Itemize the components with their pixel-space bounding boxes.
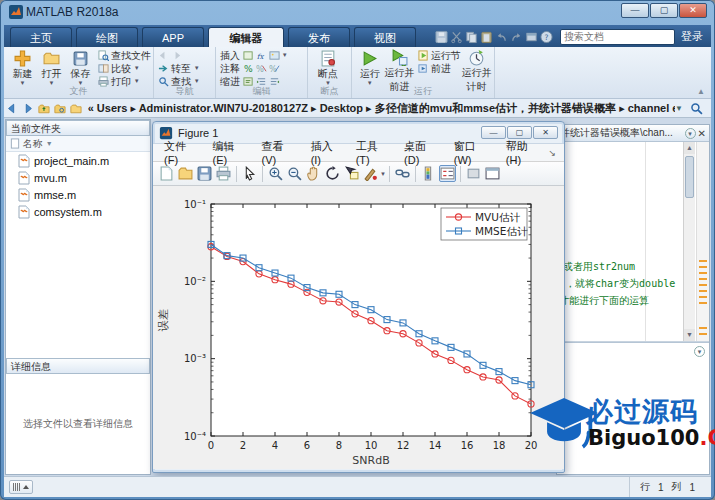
menu-file[interactable]: 文件(F) (157, 139, 205, 166)
paste-icon[interactable] (480, 30, 493, 44)
file-row[interactable]: mvu.m (6, 169, 150, 186)
nav-back-icon[interactable] (6, 102, 18, 115)
minimize-button[interactable]: — (621, 3, 649, 18)
up-folder-icon[interactable] (38, 102, 50, 115)
save-figure-icon[interactable] (196, 165, 213, 182)
figure-minimize-button[interactable]: — (481, 126, 506, 139)
file-row[interactable]: mmse.m (6, 186, 150, 203)
rotate-tool-icon[interactable] (324, 165, 341, 182)
maximize-plot-icon[interactable] (484, 165, 501, 182)
run-button[interactable]: 运行▼ (356, 49, 384, 86)
svg-text:18: 18 (493, 440, 506, 451)
scroll-thumb[interactable] (685, 156, 694, 198)
dock-figure-icon[interactable] (465, 165, 482, 182)
menu-desktop[interactable]: 桌面(D) (397, 139, 447, 166)
breakpoints-button[interactable]: 断点▼ (312, 49, 344, 86)
panel-menu-icon[interactable]: ▾ (694, 346, 705, 357)
folder-search-icon[interactable] (690, 102, 703, 115)
editor-tab-close-icon[interactable]: ✕ (698, 128, 706, 139)
pointer-tool-icon[interactable] (241, 165, 258, 182)
zoom-in-tool-icon[interactable] (267, 165, 284, 182)
find-files-button[interactable]: 查找文件 (98, 49, 151, 62)
editor-vertical-scrollbar[interactable]: ▲ ▼ (683, 142, 695, 341)
save-button[interactable]: 保存▼ (66, 49, 95, 86)
new-window-icon[interactable] (525, 30, 538, 44)
nav-forward-icon[interactable] (22, 102, 34, 115)
brush-dropdown-icon[interactable]: ▼ (380, 171, 386, 177)
section-label-edit: 编辑 (216, 85, 307, 98)
tab-view[interactable]: 视图 (354, 27, 416, 47)
menu-view[interactable]: 查看(V) (255, 139, 304, 166)
insert-image-icon (269, 50, 280, 61)
undo-icon[interactable] (495, 30, 508, 44)
svg-text:6: 6 (304, 440, 310, 451)
name-column-header[interactable]: 名称 ▼ (6, 136, 150, 152)
insert-colorbar-icon[interactable] (420, 165, 437, 182)
print-figure-icon[interactable] (215, 165, 232, 182)
browse-folder-icon[interactable] (54, 102, 66, 115)
new-figure-icon[interactable] (158, 165, 175, 182)
save-icon[interactable] (435, 30, 448, 44)
open-file-icon[interactable] (177, 165, 194, 182)
current-folder-header[interactable]: 当前文件夹 (6, 120, 150, 136)
compare-button[interactable]: 比较 ▼ (98, 62, 151, 75)
menu-insert[interactable]: 插入(I) (304, 139, 349, 166)
ribbon-collapse-icon[interactable]: ▲ (697, 87, 705, 96)
file-row[interactable]: project_main.m (6, 152, 150, 169)
scroll-up-icon[interactable]: ▲ (684, 142, 695, 154)
insert-row[interactable]: 插入 fx ▼ (220, 49, 288, 62)
tab-publish[interactable]: 发布 (288, 27, 350, 47)
section-label-run: 运行 (352, 85, 494, 98)
close-button[interactable]: ✕ (679, 3, 707, 18)
path-dropdown-icon[interactable]: ▼ (675, 104, 683, 113)
copy-icon[interactable] (465, 30, 478, 44)
insert-legend-icon[interactable] (439, 165, 456, 182)
figure-maximize-button[interactable]: ▢ (507, 126, 532, 139)
menu-pin-icon[interactable]: ↘ (548, 148, 560, 158)
link-plot-icon[interactable] (394, 165, 411, 182)
mfile-icon (18, 154, 30, 168)
plot-area[interactable]: 0246810121416182010⁻⁴10⁻³10⁻²10⁻¹SNRdB误差… (153, 186, 564, 469)
editor-tab[interactable]: 并统计器错误概率\chan... ▾ ✕ (557, 125, 709, 142)
doc-search-input[interactable] (561, 31, 699, 42)
new-button[interactable]: 新建▼ (8, 49, 37, 86)
redo-icon[interactable] (510, 30, 523, 44)
editor-code-area[interactable]: 或者用str2num 0，就将char变为double 才能进行下面的运算 ▲ … (557, 142, 709, 342)
help-icon[interactable]: ? (540, 30, 553, 44)
breadcrumb[interactable]: « Users ▸ Administrator.WIN7U-20180127Z … (88, 101, 675, 116)
statusbar-toggle-button[interactable] (9, 480, 33, 494)
col-value: 1 (689, 482, 695, 493)
tab-home[interactable]: 主页 (10, 27, 72, 47)
title-bar[interactable]: MATLAB R2018a — ▢ ✕ (0, 0, 715, 25)
editor-tab-menu-icon[interactable]: ▾ (685, 128, 696, 139)
goto-button[interactable]: 转至 ▼ (158, 62, 200, 75)
menu-tools[interactable]: 工具(T) (349, 139, 397, 166)
comment-row[interactable]: 注释 % % % (220, 62, 288, 75)
tab-apps[interactable]: APP (142, 27, 204, 47)
brush-tool-icon[interactable] (362, 165, 379, 182)
open-button[interactable]: 打开▼ (37, 49, 66, 86)
advance-button[interactable]: 前进 (418, 62, 461, 75)
maximize-button[interactable]: ▢ (650, 3, 678, 18)
run-section-button[interactable]: 运行节 (418, 49, 461, 62)
menu-edit[interactable]: 编辑(E) (205, 139, 254, 166)
scroll-down-icon[interactable]: ▼ (684, 329, 695, 341)
tab-editor[interactable]: 编辑器 (208, 27, 284, 47)
details-header[interactable]: 详细信息 (6, 358, 150, 374)
figure-close-button[interactable]: ✕ (533, 126, 558, 139)
nav-back-forward[interactable] (158, 49, 200, 62)
tab-plots[interactable]: 绘图 (76, 27, 138, 47)
mfile-icon (18, 205, 30, 219)
zoom-out-tool-icon[interactable] (286, 165, 303, 182)
cut-icon[interactable] (450, 30, 463, 44)
login-button[interactable]: 登录 (681, 29, 703, 44)
datacursor-tool-icon[interactable] (343, 165, 360, 182)
svg-text:%: % (244, 63, 253, 74)
menu-help[interactable]: 帮助(H) (499, 139, 549, 166)
chart-canvas[interactable]: 0246810121416182010⁻⁴10⁻³10⁻²10⁻¹SNRdB误差… (153, 186, 560, 469)
menu-window[interactable]: 窗口(W) (447, 139, 499, 166)
status-bar: 行 1 列 1 (4, 476, 711, 497)
file-row[interactable]: comsystem.m (6, 203, 150, 220)
pan-tool-icon[interactable] (305, 165, 322, 182)
doc-search-box[interactable] (560, 29, 675, 45)
